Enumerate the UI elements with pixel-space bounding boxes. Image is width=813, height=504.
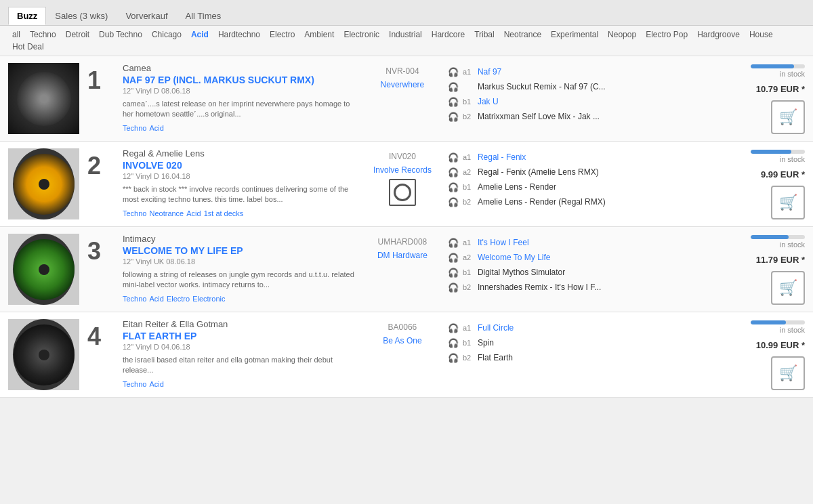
filter-electronic[interactable]: Electronic: [339, 29, 383, 40]
track-name[interactable]: It's How I Feel: [478, 238, 529, 247]
track-name[interactable]: Regal - Fenix: [478, 152, 526, 162]
headphone-icon[interactable]: 🎧: [448, 337, 459, 348]
track-name: Markus Suckut Remix - Naf 97 (C...: [478, 82, 606, 91]
filter-neotrance[interactable]: Neotrance: [500, 29, 545, 40]
track-side: b1: [463, 183, 474, 191]
filter-hot_deal[interactable]: Hot Deal: [8, 41, 48, 52]
label-name[interactable]: DM Hardware: [377, 251, 428, 260]
item-label: BA0066Be As One: [365, 319, 440, 390]
filter-ambient[interactable]: Ambient: [300, 29, 338, 40]
item-title[interactable]: INVOLVE 020: [123, 160, 357, 171]
track-name[interactable]: Full Circle: [478, 323, 514, 333]
filter-dub_techno[interactable]: Dub Techno: [95, 29, 146, 40]
album-cover: [8, 319, 79, 390]
headphone-icon[interactable]: 🎧: [448, 96, 459, 107]
item-tag[interactable]: Acid: [149, 380, 163, 388]
item-description: *** back in stock *** involve records co…: [123, 184, 357, 205]
item-tag[interactable]: Acid: [186, 209, 201, 217]
track-side: b1: [463, 98, 474, 106]
item-info: Eitan Reiter & Ella GotmanFLAT EARTH EP1…: [123, 319, 357, 390]
headphone-icon[interactable]: 🎧: [448, 182, 459, 192]
filter-all[interactable]: all: [8, 29, 24, 40]
headphone-icon[interactable]: 🎧: [448, 81, 459, 92]
stock-label: in stock: [780, 326, 805, 334]
filter-acid[interactable]: Acid: [187, 29, 213, 40]
filter-neopop[interactable]: Neopop: [604, 29, 640, 40]
item-tag[interactable]: Techno: [123, 380, 146, 388]
chart-item: 2Regal & Amelie LensINVOLVE 02012" Vinyl…: [0, 142, 813, 227]
track-name[interactable]: Welcome To My Life: [478, 253, 551, 262]
item-tag[interactable]: Techno: [123, 295, 146, 303]
filter-electro[interactable]: Electro: [266, 29, 299, 40]
track-row: 🎧b2Amelie Lens - Render (Regal RMX): [448, 194, 729, 209]
headphone-icon[interactable]: 🎧: [448, 196, 459, 207]
filter-industrial[interactable]: Industrial: [385, 29, 426, 40]
album-cover: [8, 148, 79, 219]
tab-buzz[interactable]: Buzz: [8, 7, 46, 25]
headphone-icon[interactable]: 🎧: [448, 152, 459, 163]
track-row: 🎧b2Innershades Remix - It's How I F...: [448, 280, 729, 295]
track-name: Amelie Lens - Render: [478, 182, 556, 192]
headphone-icon[interactable]: 🎧: [448, 282, 459, 293]
item-title[interactable]: WELCOME TO MY LIFE EP: [123, 245, 357, 256]
headphone-icon[interactable]: 🎧: [448, 322, 459, 333]
item-rank: 3: [87, 234, 114, 305]
track-row: 🎧b1Digital Mythos Simulator: [448, 265, 729, 280]
item-price: 9.99 EUR *: [761, 169, 805, 180]
filter-hardtechno[interactable]: Hardtechno: [214, 29, 264, 40]
track-name: Matrixxman Self Love Mix - Jak ...: [478, 112, 600, 121]
tab-vorverkauf[interactable]: Vorverkauf: [117, 7, 176, 25]
item-tag[interactable]: Techno: [123, 209, 146, 217]
filter-chicago[interactable]: Chicago: [148, 29, 186, 40]
item-tag[interactable]: Acid: [149, 124, 163, 132]
filter-techno[interactable]: Techno: [26, 29, 60, 40]
tab-all_times[interactable]: All Times: [177, 7, 230, 25]
label-name[interactable]: Be As One: [383, 336, 421, 345]
item-tag[interactable]: Electronic: [192, 295, 225, 303]
catalog-number: INV020: [389, 152, 416, 161]
add-to-cart-button[interactable]: 🛒: [771, 356, 805, 390]
label-name[interactable]: Neverwhere: [381, 80, 425, 89]
headphone-icon[interactable]: 🎧: [448, 267, 459, 278]
item-label: NVR-004Neverwhere: [365, 63, 440, 134]
track-side: a1: [463, 153, 474, 161]
item-purchase: in stock10.79 EUR *🛒: [737, 63, 805, 134]
item-title[interactable]: FLAT EARTH EP: [123, 331, 357, 341]
track-row: 🎧b1Spin: [448, 335, 729, 350]
filter-electro_pop[interactable]: Electro Pop: [642, 29, 692, 40]
item-rank: 2: [87, 148, 114, 219]
headphone-icon[interactable]: 🎧: [448, 66, 459, 77]
item-tag[interactable]: Techno: [123, 124, 146, 132]
filter-house[interactable]: House: [745, 29, 777, 40]
add-to-cart-button[interactable]: 🛒: [771, 100, 805, 134]
filter-detroit[interactable]: Detroit: [62, 29, 93, 40]
headphone-icon[interactable]: 🎧: [448, 237, 459, 248]
label-logo: [389, 179, 416, 206]
headphone-icon[interactable]: 🎧: [448, 167, 459, 177]
add-to-cart-button[interactable]: 🛒: [771, 186, 805, 219]
track-name: Amelie Lens - Render (Regal RMX): [478, 197, 606, 207]
filter-tribal[interactable]: Tribal: [470, 29, 499, 40]
stock-label: in stock: [780, 70, 805, 78]
headphone-icon[interactable]: 🎧: [448, 352, 459, 363]
item-tag[interactable]: Acid: [149, 295, 163, 303]
item-artist: Camea: [123, 63, 357, 73]
headphone-icon[interactable]: 🎧: [448, 111, 459, 122]
item-info: Regal & Amelie LensINVOLVE 02012" Vinyl …: [123, 148, 357, 219]
track-name[interactable]: Naf 97: [478, 67, 501, 77]
filter-experimental[interactable]: Experimental: [547, 29, 602, 40]
filter-hardcore[interactable]: Hardcore: [428, 29, 469, 40]
add-to-cart-button[interactable]: 🛒: [771, 271, 805, 305]
track-name[interactable]: Jak U: [478, 97, 499, 106]
item-tag[interactable]: Neotrance: [149, 209, 184, 217]
item-tag[interactable]: Electro: [167, 295, 190, 303]
item-title[interactable]: NAF 97 EP (INCL. MARKUS SUCKUT RMX): [123, 75, 357, 85]
label-name[interactable]: Involve Records: [373, 165, 432, 175]
headphone-icon[interactable]: 🎧: [448, 252, 459, 263]
stock-label: in stock: [780, 155, 805, 163]
item-purchase: in stock9.99 EUR *🛒: [737, 148, 805, 219]
filter-hardgroove[interactable]: Hardgroove: [693, 29, 744, 40]
item-tag[interactable]: 1st at decks: [204, 209, 244, 217]
tab-sales[interactable]: Sales (3 wks): [46, 7, 117, 25]
item-rank: 4: [87, 319, 114, 390]
